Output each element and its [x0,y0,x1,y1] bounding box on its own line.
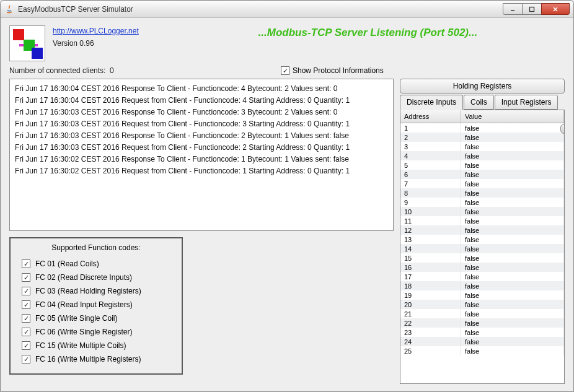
clients-label: Number of connected clients: 0 [9,66,276,75]
cell-value: false [461,179,564,188]
cell-address: 2 [400,133,461,142]
table-row[interactable]: 19false [400,290,564,300]
table-row[interactable]: 1false [400,123,564,133]
cell-value: false [461,328,564,337]
table-row[interactable]: 16false [400,263,564,272]
content: http://www.PLCLogger.net Version 0.96 ..… [1,18,573,391]
register-grid: Address Value 1false2false3false4false5f… [400,110,565,384]
table-row[interactable]: 23false [400,328,564,337]
function-code-item[interactable]: FC 01 (Read Coils) [22,257,170,271]
cell-value: false [461,281,564,290]
log-line: Fri Jun 17 16:30:03 CEST 2016 Request fr… [15,142,388,154]
cell-value: false [461,225,564,235]
table-row[interactable]: 4false [400,151,564,160]
table-row[interactable]: 12false [400,225,564,235]
table-row[interactable]: 14false [400,244,564,253]
log-line: Fri Jun 17 16:30:03 CEST 2016 Response T… [15,130,388,142]
table-row[interactable]: 3false [400,142,564,151]
table-row[interactable]: 22false [400,318,564,328]
cell-value: false [461,235,564,244]
cell-value: false [461,133,564,142]
log-line: Fri Jun 17 16:30:04 CEST 2016 Request fr… [15,95,388,107]
function-code-label: FC 01 (Read Coils) [35,259,99,268]
table-row[interactable]: 5false [400,160,564,170]
cell-value: false [461,272,564,281]
tab-coils[interactable]: Coils [464,95,494,110]
cell-value: false [461,309,564,318]
cell-value: false [461,300,564,309]
column-value[interactable]: Value [461,110,564,123]
vendor-link[interactable]: http://www.PLCLogger.net [53,27,139,35]
cell-value: false [461,123,564,133]
cell-address: 3 [400,142,461,151]
column-address[interactable]: Address [400,110,461,123]
table-row[interactable]: 13false [400,235,564,244]
tab-discrete-inputs[interactable]: Discrete Inputs [400,95,463,110]
table-row[interactable]: 2false [400,133,564,142]
cell-value: false [461,290,564,300]
table-row[interactable]: 15false [400,253,564,263]
cell-address: 15 [400,253,461,263]
cell-address: 14 [400,244,461,253]
table-row[interactable]: 21false [400,309,564,318]
log-line: Fri Jun 17 16:30:04 CEST 2016 Response T… [15,83,388,95]
checkbox-icon [22,355,30,364]
cell-address: 11 [400,216,461,225]
cell-address: 19 [400,290,461,300]
table-row[interactable]: 10false [400,207,564,216]
table-row[interactable]: 24false [400,337,564,346]
window-buttons [503,3,570,15]
cell-address: 16 [400,263,461,272]
function-code-label: FC 03 (Read Holding Registers) [35,287,141,295]
cell-address: 20 [400,300,461,309]
function-code-item[interactable]: FC 16 (Write Multiple Registers) [22,352,170,366]
close-button[interactable] [541,3,570,15]
function-codes-panel: Supported Function codes: FC 01 (Read Co… [9,237,183,375]
protocol-log[interactable]: Fri Jun 17 16:30:04 CEST 2016 Response T… [9,79,394,231]
cell-address: 6 [400,170,461,179]
function-code-item[interactable]: FC 05 (Write Single Coil) [22,311,170,325]
holding-registers-button[interactable]: Holding Registers [400,79,565,94]
table-row[interactable]: 11false [400,216,564,225]
table-row[interactable]: 25false [400,346,564,355]
function-code-item[interactable]: FC 15 (Write Multiple Coils) [22,339,170,352]
tab-input-registers[interactable]: Input Registers [495,95,559,110]
function-code-item[interactable]: FC 06 (Write Single Register) [22,325,170,339]
table-row[interactable]: 18false [400,281,564,290]
minimize-button[interactable] [503,3,523,15]
function-code-item[interactable]: FC 03 (Read Holding Registers) [22,284,170,298]
function-code-item[interactable]: FC 02 (Read Discrete Inputs) [22,271,170,284]
window-title: EasyModbusTCP Server Simulator [18,5,503,14]
titlebar[interactable]: EasyModbusTCP Server Simulator [1,1,573,18]
table-row[interactable]: 8false [400,188,564,198]
cell-value: false [461,151,564,160]
table-row[interactable]: 6false [400,170,564,179]
show-protocol-checkbox[interactable]: Show Protocol Informations [281,66,384,75]
cell-address: 23 [400,328,461,337]
function-code-label: FC 16 (Write Multiple Registers) [35,355,141,364]
cell-address: 21 [400,309,461,318]
table-row[interactable]: 17false [400,272,564,281]
scroll-thumb[interactable] [560,124,565,134]
cell-address: 7 [400,179,461,188]
checkbox-icon [22,341,30,350]
log-line: Fri Jun 17 16:30:02 CEST 2016 Request fr… [15,165,388,177]
function-code-item[interactable]: FC 04 (Read Input Registers) [22,298,170,311]
cell-value: false [461,263,564,272]
cell-value: false [461,207,564,216]
cell-value: false [461,346,564,355]
function-code-label: FC 15 (Write Multiple Coils) [35,341,126,350]
cell-address: 25 [400,346,461,355]
function-code-label: FC 04 (Read Input Registers) [35,300,133,309]
checkbox-icon [22,287,30,295]
maximize-button[interactable] [522,3,542,15]
table-row[interactable]: 7false [400,179,564,188]
cell-address: 4 [400,151,461,160]
cell-address: 5 [400,160,461,170]
cell-value: false [461,244,564,253]
cell-address: 24 [400,337,461,346]
table-row[interactable]: 9false [400,198,564,207]
table-row[interactable]: 20false [400,300,564,309]
checkbox-icon [22,314,30,323]
cell-address: 10 [400,207,461,216]
